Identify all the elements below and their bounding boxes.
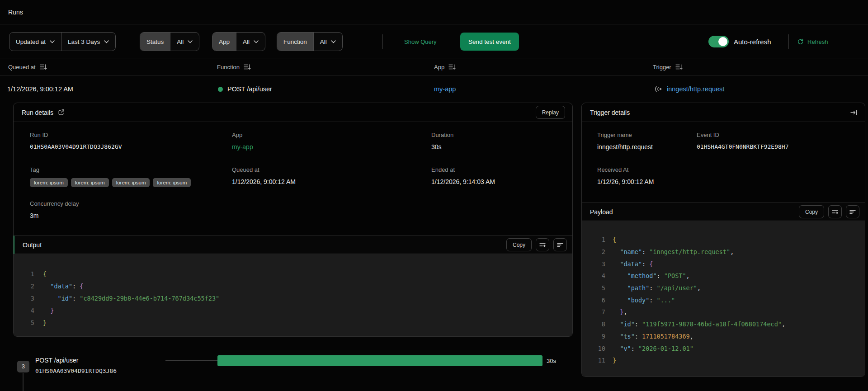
sort-icon <box>675 64 683 70</box>
run-row-function[interactable]: POST /api/user <box>218 76 272 102</box>
column-label: Function <box>217 64 240 71</box>
replay-button[interactable]: Replay <box>536 106 565 119</box>
filter-bar: Updated at Last 3 Days Status All App Al… <box>0 25 868 58</box>
ended-at-value: 1/12/2026, 9:14:03 AM <box>431 178 495 185</box>
chevron-down-icon <box>254 40 259 43</box>
code-line: 11} <box>582 354 865 367</box>
status-filter-value[interactable]: All <box>170 33 199 51</box>
field-label: Received At <box>597 166 654 173</box>
status-filter-selected: All <box>177 38 184 45</box>
time-range-label: Last 3 Days <box>68 38 100 45</box>
field-label: Tag <box>30 166 191 173</box>
field-received-at: Received At 1/12/26, 9:00:12 AM <box>597 166 654 185</box>
line-number: 11 <box>582 357 605 364</box>
sort-time-filter[interactable]: Updated at Last 3 Days <box>9 32 116 51</box>
line-number: 3 <box>582 260 605 268</box>
collapse-panel-icon[interactable] <box>850 109 858 116</box>
queued-at-value: 1/12/2026, 9:00:12 AM <box>232 178 296 185</box>
line-number: 9 <box>582 333 605 340</box>
show-query-link[interactable]: Show Query <box>404 25 437 58</box>
run-timeline: 3 POST /api/user 01HS0AA03V04D91RTDQ3J86… <box>0 337 579 391</box>
code-line: 5 "path": "/api/user", <box>582 282 865 294</box>
column-trigger[interactable]: Trigger <box>653 59 683 75</box>
run-row[interactable]: 1/12/2026, 9:00:12 AM POST /api/user my-… <box>0 76 868 102</box>
duration-value: 30s <box>431 143 453 151</box>
auto-refresh-toggle[interactable] <box>708 36 729 47</box>
code-line: 7 }, <box>582 306 865 318</box>
trigger-details-panel: Trigger details Trigger name inngest/htt… <box>581 103 865 377</box>
wrap-lines-button[interactable] <box>828 205 842 218</box>
app-link[interactable]: my-app <box>232 143 253 151</box>
sort-field-select[interactable]: Updated at <box>9 33 61 51</box>
format-lines-button[interactable] <box>846 205 859 218</box>
page-title: Runs <box>8 9 23 16</box>
auto-refresh-label: Auto-refresh <box>734 25 771 58</box>
runs-page: Runs Updated at Last 3 Days Status All A… <box>0 0 868 391</box>
field-event-id: Event ID 01HSHA4GT0FN0NRBKTF92E98H7 <box>697 132 789 150</box>
output-section: Output Copy 1{2 "data": {3 "id": "c8429d… <box>14 236 572 336</box>
function-name: POST /api/user <box>227 85 272 93</box>
line-number: 7 <box>582 308 605 316</box>
chevron-down-icon <box>188 40 193 43</box>
app-filter[interactable]: App All <box>212 32 265 51</box>
code-line: 2 "data": { <box>14 280 572 292</box>
function-filter-value[interactable]: All <box>313 33 342 51</box>
time-range-select[interactable]: Last 3 Days <box>61 33 115 51</box>
tag-chip: lorem: ipsum <box>71 178 109 187</box>
concurrency-delay-value: 3m <box>30 212 79 219</box>
field-label: Queued at <box>232 166 296 173</box>
timeline-connector-vertical <box>23 373 24 391</box>
run-row-app-link[interactable]: my-app <box>434 76 456 102</box>
line-number: 3 <box>14 295 34 302</box>
output-title: Output <box>23 241 42 249</box>
copy-payload-button[interactable]: Copy <box>799 205 824 218</box>
column-function[interactable]: Function <box>217 59 251 75</box>
trigger-link[interactable]: inngest/http.request <box>667 85 724 93</box>
payload-section: Payload Copy 1{2 "name": "inngest/http.r… <box>582 203 865 377</box>
received-at-value: 1/12/26, 9:00:12 AM <box>597 178 654 185</box>
code-line: 3 "id": "c8429dd9-29b8-44e6-b714-767d34c… <box>14 292 572 304</box>
code-line: 8 "id": "119f5971-9878-46bd-a18f-4f06801… <box>582 318 865 330</box>
field-duration: Duration 30s <box>431 132 453 151</box>
external-link-icon[interactable] <box>58 109 65 116</box>
run-row-trigger[interactable]: inngest/http.request <box>653 76 724 102</box>
refresh-button[interactable]: Refresh <box>797 25 828 58</box>
column-label: Trigger <box>653 64 671 71</box>
sort-field-label: Updated at <box>16 38 46 45</box>
format-lines-button[interactable] <box>553 238 567 251</box>
status-filter[interactable]: Status All <box>140 32 199 51</box>
app-filter-value[interactable]: All <box>236 33 265 51</box>
trigger-name-value: inngest/http.request <box>597 143 653 151</box>
run-details-title: Run details <box>22 109 53 116</box>
line-number: 10 <box>582 345 605 352</box>
send-test-event-button[interactable]: Send test event <box>460 33 519 51</box>
chevron-down-icon <box>50 40 55 43</box>
step-count-badge[interactable]: 3 <box>17 361 29 372</box>
app-filter-label: App <box>212 33 236 51</box>
timeline-duration-bar[interactable] <box>217 355 542 366</box>
line-number: 1 <box>14 270 34 278</box>
field-concurrency-delay: Concurrency delay 3m <box>30 200 79 219</box>
code-line: 5} <box>14 316 572 329</box>
field-app: App my-app <box>232 132 253 151</box>
run-id-value: 01HS0AA03V04D91RTDQ3J862GV <box>30 143 122 150</box>
function-filter-label: Function <box>277 33 313 51</box>
align-left-icon <box>849 209 856 215</box>
code-line: 6 "body": "..." <box>582 294 865 306</box>
field-label: Duration <box>431 132 453 138</box>
code-line: 10 "v": "2026-01-12.01" <box>582 342 865 354</box>
wrap-lines-icon <box>539 242 546 248</box>
line-number: 1 <box>582 236 605 243</box>
function-filter[interactable]: Function All <box>277 32 343 51</box>
toggle-knob <box>718 37 727 46</box>
line-number: 2 <box>582 248 605 255</box>
code-line: 4 "method": "POST", <box>582 270 865 282</box>
event-id-value: 01HSHA4GT0FN0NRBKTF92E98H7 <box>697 143 789 150</box>
wrap-lines-button[interactable] <box>536 238 549 251</box>
copy-output-button[interactable]: Copy <box>506 238 532 251</box>
line-number: 4 <box>582 272 605 279</box>
column-queued-at[interactable]: Queued at <box>8 59 47 75</box>
column-app[interactable]: App <box>434 59 456 75</box>
field-tag: Tag lorem: ipsumlorem: ipsumlorem: ipsum… <box>30 166 191 187</box>
run-details-header: Run details Replay <box>14 103 572 122</box>
